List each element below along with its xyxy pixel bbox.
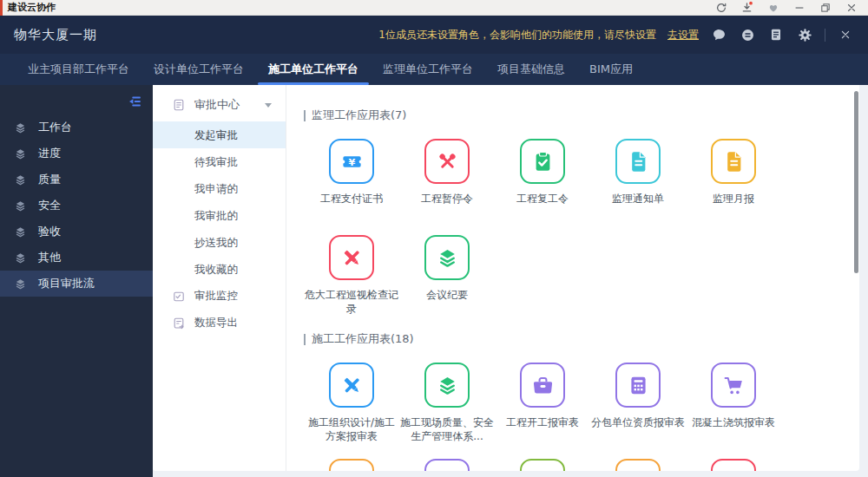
scrollbar[interactable] xyxy=(854,91,858,273)
tab-owner-platform[interactable]: 业主项目部工作平台 xyxy=(17,54,140,85)
subnav-item-my-favorites[interactable]: 我收藏的 xyxy=(153,256,286,283)
app-tile-label: 会议纪要 xyxy=(426,288,468,302)
app-tile-construction-org-design[interactable]: 施工组织设计/施工方案报审表 xyxy=(304,363,399,448)
tab-bim[interactable]: BIM应用 xyxy=(579,54,643,85)
app-tile-label: 分包单位资质报审表 xyxy=(591,415,685,429)
group-label: 审批中心 xyxy=(194,97,240,113)
subnav-item-data-export[interactable]: 数据导出 xyxy=(153,310,286,337)
close-icon[interactable] xyxy=(837,26,854,43)
tab-supervision-platform[interactable]: 监理单位工作平台 xyxy=(372,54,483,85)
app-tile-subcontractor-qualification[interactable]: 分包单位资质报审表 xyxy=(590,363,686,448)
go-settings-link[interactable]: 去设置 xyxy=(667,28,699,42)
app-tile-work-suspension[interactable]: 工程暂停令 xyxy=(399,139,495,224)
app-tile-partial[interactable] xyxy=(399,459,495,471)
tool-label: 数据导出 xyxy=(194,316,238,330)
app-tile-label: 混凝土浇筑报审表 xyxy=(692,415,775,429)
app-icon[interactable] xyxy=(615,459,661,471)
clipboard-check-icon[interactable] xyxy=(520,139,565,184)
layers-icon[interactable] xyxy=(424,235,470,280)
favorite-icon[interactable] xyxy=(766,1,779,14)
app-tile-commencement-report[interactable]: 工程开工报审表 xyxy=(495,363,590,448)
construction-app-grid: 施工组织设计/施工方案报审表 施工现场质量、安全生产管理体系... 工程开工报审… xyxy=(304,363,790,471)
app-tile-supervision-monthly-report[interactable]: 监理月报 xyxy=(686,139,781,224)
app-tile-label: 监理月报 xyxy=(713,192,754,206)
tab-construction-platform[interactable]: 施工单位工作平台 xyxy=(258,54,369,85)
app-tile-label: 监理通知单 xyxy=(612,192,664,206)
ruler-pencil-icon[interactable] xyxy=(329,363,374,408)
app-icon[interactable] xyxy=(424,459,470,471)
app-icon[interactable] xyxy=(329,459,374,471)
tab-design-platform[interactable]: 设计单位工作平台 xyxy=(143,54,254,85)
toolbox-icon[interactable] xyxy=(520,363,565,408)
message-icon[interactable] xyxy=(710,26,727,43)
payment-ticket-icon[interactable] xyxy=(329,139,374,184)
calculator-grid-icon[interactable] xyxy=(615,363,661,408)
tool-label: 审批监控 xyxy=(194,289,238,304)
sidebar-item-workbench[interactable]: 工作台 xyxy=(0,114,153,140)
section-title-construction: 施工工作应用表(18) xyxy=(304,331,859,347)
sidebar-item-label: 质量 xyxy=(38,172,61,187)
sidebar-item-label: 验收 xyxy=(38,224,61,239)
layers-icon[interactable] xyxy=(424,363,470,408)
sidebar-item-acceptance[interactable]: 验收 xyxy=(0,219,153,245)
collapse-sidebar-icon[interactable] xyxy=(127,94,142,109)
download-icon[interactable] xyxy=(740,1,753,14)
minimize-icon[interactable] xyxy=(792,1,806,14)
ruler-pencil-icon[interactable] xyxy=(329,235,374,280)
subnav-item-initiate-approval[interactable]: 发起审批 xyxy=(153,121,286,148)
section-title-bar xyxy=(304,110,306,121)
chevron-down-icon xyxy=(265,103,272,108)
header-actions: 1位成员还未设置角色，会影响他们的功能使用，请尽快设置 去设置 xyxy=(378,26,854,43)
sidebar-item-other[interactable]: 其他 xyxy=(0,245,153,271)
shopping-cart-icon[interactable] xyxy=(711,363,756,408)
app-tile-site-quality-safety-system[interactable]: 施工现场质量、安全生产管理体系... xyxy=(399,363,495,448)
app-tile-work-resumption[interactable]: 工程复工令 xyxy=(495,139,590,224)
app-tile-partial[interactable] xyxy=(686,459,781,471)
sidebar-item-quality[interactable]: 质量 xyxy=(0,167,153,193)
app-tile-label: 危大工程巡视检查记录 xyxy=(305,288,398,316)
titlebar: 建设云协作 xyxy=(0,0,868,16)
app-tile-hazard-inspection-record[interactable]: 危大工程巡视检查记录 xyxy=(304,235,399,320)
section-title-text: 施工工作应用表(18) xyxy=(312,331,414,347)
help-icon[interactable] xyxy=(739,26,756,43)
app-tile-partial[interactable] xyxy=(304,459,399,471)
gear-icon[interactable] xyxy=(796,26,813,43)
app-tile-payment-certificate[interactable]: 工程支付证书 xyxy=(304,139,399,224)
refresh-icon[interactable] xyxy=(714,1,727,14)
approval-center-group[interactable]: 审批中心 xyxy=(153,88,286,121)
subnav-item-approval-monitor[interactable]: 审批监控 xyxy=(153,283,286,310)
app-tile-partial[interactable] xyxy=(495,459,590,471)
app-tile-concrete-pouring[interactable]: 混凝土浇筑报审表 xyxy=(686,363,781,448)
divider xyxy=(825,29,825,42)
app-icon[interactable] xyxy=(520,459,565,471)
sidebar-item-progress[interactable]: 进度 xyxy=(0,140,153,167)
supervision-app-grid: 工程支付证书 工程暂停令 工程复工令 监理通知单 监理月报 xyxy=(304,139,790,331)
sidebar-item-label: 其他 xyxy=(38,250,61,265)
export-doc-icon xyxy=(172,317,186,330)
monitor-check-icon xyxy=(172,290,186,304)
subnav-item-cc-to-me[interactable]: 抄送我的 xyxy=(153,229,286,256)
app-icon[interactable] xyxy=(711,459,756,471)
document-icon[interactable] xyxy=(615,139,661,184)
app-tile-label: 施工组织设计/施工方案报审表 xyxy=(305,415,398,443)
maximize-icon[interactable] xyxy=(819,1,832,14)
app-tile-label: 工程复工令 xyxy=(516,192,569,206)
subnav-item-approved-by-me[interactable]: 我审批的 xyxy=(153,202,286,229)
close-icon[interactable] xyxy=(845,1,858,14)
platform-tabbar: 业主项目部工作平台 设计单位工作平台 施工单位工作平台 监理单位工作平台 项目基… xyxy=(0,54,868,85)
app-tile-supervision-notice[interactable]: 监理通知单 xyxy=(590,139,686,224)
sidebar: 工作台 进度 质量 安全 验收 其他 xyxy=(0,85,153,477)
crossed-tools-icon[interactable] xyxy=(424,139,470,184)
app-tile-partial[interactable] xyxy=(590,459,686,471)
note-icon[interactable] xyxy=(767,26,785,43)
tab-project-info[interactable]: 项目基础信息 xyxy=(487,54,575,85)
app-tile-meeting-minutes[interactable]: 会议纪要 xyxy=(399,235,495,320)
sidebar-item-approval-flow[interactable]: 项目审批流 xyxy=(0,271,153,297)
subnav-item-my-applications[interactable]: 我申请的 xyxy=(153,175,286,202)
section-title-text: 监理工作应用表(7) xyxy=(312,108,406,123)
document-icon[interactable] xyxy=(711,139,756,184)
sidebar-item-label: 工作台 xyxy=(38,120,72,135)
subnav-item-pending-my-approval[interactable]: 待我审批 xyxy=(153,148,286,175)
window-controls xyxy=(714,1,868,14)
sidebar-item-safety[interactable]: 安全 xyxy=(0,193,153,219)
